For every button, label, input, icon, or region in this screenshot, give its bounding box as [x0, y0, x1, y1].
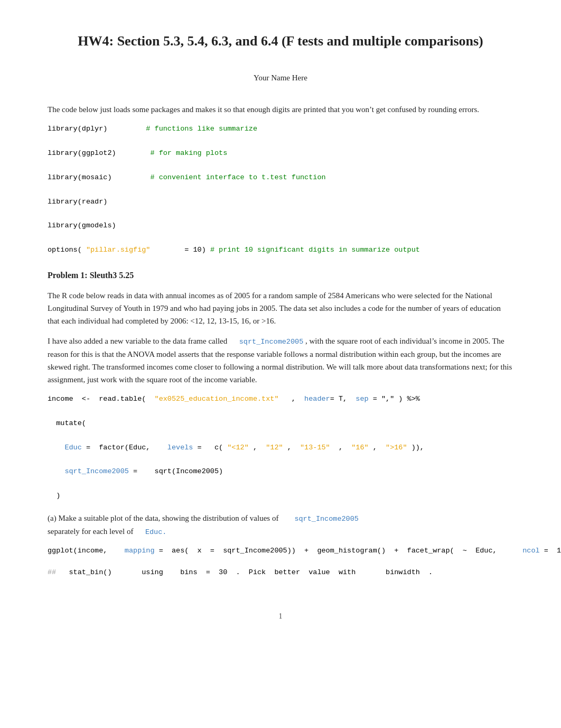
statbin-code-block: ## stat_bin() using bins = 30 . Pick bet…	[48, 567, 513, 579]
pa-text1: (a) Make a suitable plot of the data, sh…	[48, 514, 278, 522]
title-block: HW4: Section 5.3, 5.4, 6.3, and 6.4 (F t…	[48, 32, 513, 51]
page-number: 1	[48, 611, 513, 622]
pa-text3: separately for each level of	[48, 527, 133, 536]
pa-sqrt-income: sqrt_Income2005	[294, 515, 359, 523]
author-block: Your Name Here	[48, 72, 513, 84]
problem1-text2: I have also added a new variable to the …	[48, 335, 513, 386]
p1t2a: I have also added a new variable to the …	[48, 337, 227, 345]
author-name: Your Name Here	[254, 73, 307, 82]
problem1-heading: Problem 1: Sleuth3 5.25	[48, 269, 513, 282]
pa-educ: Educ.	[145, 528, 167, 536]
intro-paragraph: The code below just loads some packages …	[48, 103, 513, 116]
sqrt-income-inline: sqrt_Income2005	[239, 338, 304, 346]
library-code-block: library(dplyr) # functions like summariz…	[48, 123, 513, 256]
problem1-text1: The R code below reads in data with annu…	[48, 289, 513, 327]
page-title: HW4: Section 5.3, 5.4, 6.3, and 6.4 (F t…	[48, 32, 513, 51]
ggplot-code-block: ggplot(income, mapping = aes( x = sqrt_I…	[48, 545, 513, 557]
problem-a-text: (a) Make a suitable plot of the data, sh…	[48, 512, 513, 538]
income-code-block: income <- read.table( "ex0525_education_…	[48, 393, 513, 502]
